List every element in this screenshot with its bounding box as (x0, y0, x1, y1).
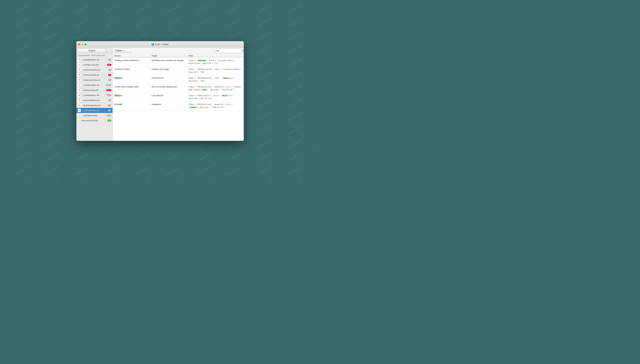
cell-source: Cookie Name (begins with) (113, 84, 150, 93)
table-row[interactable]: Cookie Name (begins with) Nom du Cookie … (113, 84, 244, 93)
cell-target: Navigateur (150, 102, 187, 110)
sidebar-item[interactable]: ✕...ferencesWindow.xib0 (76, 98, 113, 103)
cell-note: Class = "NSTabViewItem"; label = "Whitel… (187, 75, 244, 84)
window-title: fr.xliff — Edited (155, 43, 168, 46)
sidebar-item[interactable]: plist...er/Helper-Info.plist⚑1 (76, 62, 113, 67)
item-badge: 7 (108, 79, 111, 81)
file-type-icon: ✕ (78, 78, 81, 82)
sidebar-header: English › (76, 48, 113, 54)
sidebar-item[interactable]: ✕...e.sproj/FirstRun.xib1185 (76, 82, 113, 88)
item-badge: 253 (107, 114, 111, 116)
item-badge: ⚑1 (107, 64, 111, 66)
table-row[interactable]: Tracking Cookies Cookies de traçage Clas… (113, 66, 244, 75)
file-type-icon: ✕ (78, 73, 81, 77)
sidebar-item[interactable]: ✕...PreferencesView.xib7 (76, 78, 113, 82)
cell-note: Class = "NSTableColumn"; headerCell.titl… (187, 102, 244, 110)
target-language-selector[interactable]: French ▼ (114, 48, 131, 53)
item-badge: 17 (108, 104, 111, 106)
toolbar: French ▼ 🔍 ✕ (113, 48, 244, 54)
item-badge: ⚑ (108, 74, 111, 76)
file-icon: ✦ (151, 43, 154, 46)
file-type-icon: ✕ (78, 88, 81, 92)
clear-search-button[interactable]: ✕ (242, 50, 244, 52)
item-badge: 4 (108, 69, 111, 71)
column-header-target: Target (150, 54, 187, 58)
sidebar: English › /Users/nrqwirk/D...ktop/Cookie… (76, 48, 113, 141)
language-button[interactable]: English (78, 48, 106, 53)
cell-note: Class = "NSWindow"; title = "Tracking Co… (187, 58, 244, 66)
sidebar-item[interactable]: str...ocalizable.strings253 (76, 113, 113, 118)
table-row[interactable]: Tracking Cookie Definitions Définitions … (113, 58, 244, 66)
sidebar-item-filename: ....rackingCookies.xib (82, 110, 107, 112)
cell-source: Tracking Cookies (113, 66, 150, 75)
sidebar-item-filename: ....proj/MainMenu.xib (82, 94, 106, 96)
table-row[interactable]: Browser Navigateur Class = "NSTableColum… (113, 102, 244, 110)
sidebar-item[interactable]: ✕....lproj/MainMenu.xib0 (76, 57, 113, 62)
sidebar-item[interactable]: ✕....lproj/SimpleView.xib17 (76, 103, 113, 108)
sidebar-item[interactable]: ✕...referencesView.xib⚑ (76, 72, 113, 78)
sidebar-item-filename: ...PreferencesView.xib (82, 69, 107, 71)
target-language-label: French (116, 50, 122, 52)
cell-target: Liste blanche (150, 75, 187, 84)
cell-source: Browser (113, 102, 150, 110)
minimize-button[interactable] (81, 44, 83, 46)
cell-source: Tracking Cookie Definitions (113, 58, 150, 66)
column-header-source: Source (113, 54, 150, 58)
cell-source: Whitelist (113, 93, 150, 102)
file-type-icon: plist (78, 119, 81, 122)
table-header: Source Target Note (113, 54, 244, 58)
search-icon: 🔍 (213, 50, 216, 52)
sidebar-item[interactable]: ✕....proj/MainMenu.xib342 (76, 93, 113, 98)
sidebar-item-filename: ....lproj/MainMenu.xib (82, 59, 107, 61)
sidebar-item-filename: ...ferencesWindow.xib (82, 99, 107, 101)
file-type-icon: ✕ (78, 94, 81, 97)
table-row[interactable]: Whitelist Liste blanche Class = "NSButto… (113, 93, 244, 102)
item-badge: 0 (108, 99, 111, 101)
item-badge: 0 (108, 59, 111, 61)
search-input[interactable] (216, 50, 242, 52)
item-badge: 1/1 (107, 120, 111, 122)
titlebar: ✦ fr.xliff — Edited (76, 41, 244, 48)
column-header-note: Note (187, 54, 244, 58)
cell-note: Class = "NSButtonCell"; title = "Whiteli… (187, 93, 244, 102)
cell-target: Définitions des coookies de traçage (150, 58, 187, 66)
sidebar-item[interactable]: ✕...eferencesView.xib⚑10 (76, 88, 113, 93)
table-row[interactable]: Whitelist Liste blanche Class = "NSTabVi… (113, 75, 244, 84)
sidebar-list: ✕....lproj/MainMenu.xib0plist...er/Helpe… (76, 57, 113, 141)
sidebar-item-filename: ...e.sproj/FirstRun.xib (82, 84, 105, 86)
file-type-icon: ✕ (78, 84, 81, 87)
sidebar-item-filename: ...referencesView.xib (82, 74, 107, 76)
sidebar-item-filename: ...er/Helper-Info.plist (82, 64, 106, 66)
main-content: English › /Users/nrqwirk/D...ktop/Cookie… (76, 48, 244, 141)
sidebar-item-filename: Resources/Info.plist (82, 120, 106, 122)
cell-note: Class = "NSTabViewItem"; label = "Tracki… (187, 66, 244, 75)
sidebar-item[interactable]: ✕....rackingCookies.xib25 (76, 108, 113, 113)
close-button[interactable] (78, 44, 80, 46)
traffic-lights (78, 44, 87, 46)
item-badge: 342 (107, 94, 111, 96)
file-type-icon: ✕ (78, 98, 81, 102)
cell-target: Cookies de traçage (150, 66, 187, 75)
window-title-area: ✦ fr.xliff — Edited (151, 43, 168, 46)
cell-target: Liste blanche (150, 93, 187, 102)
app-window: ✦ fr.xliff — Edited English › /Users/nrq… (76, 41, 244, 141)
sidebar-item-filename: ....lproj/SimpleView.xib (82, 104, 107, 106)
maximize-button[interactable] (85, 44, 87, 46)
cell-target: Nom du Cookie (débute par) (150, 84, 187, 93)
cell-source: Whitelist (113, 75, 150, 84)
search-box: 🔍 ✕ (212, 48, 242, 53)
file-type-icon: ✕ (78, 58, 81, 62)
file-type-icon: ✕ (78, 104, 81, 107)
table-body: Tracking Cookie Definitions Définitions … (113, 58, 244, 141)
sidebar-item[interactable]: ✕...PreferencesView.xib4 (76, 67, 113, 72)
main-panel: French ▼ 🔍 ✕ Source Target (113, 48, 244, 141)
sidebar-action-button[interactable]: › (107, 48, 111, 53)
file-type-icon: plist (78, 63, 81, 66)
language-label: English (89, 50, 95, 52)
file-path: /Users/nrqwirk/D...ktop/Cookie/fr.xliff (76, 54, 113, 57)
sidebar-item[interactable]: plistResources/Info.plist1/1 (76, 118, 113, 123)
file-type-icon: str (78, 114, 81, 117)
file-type-icon: ✕ (78, 109, 81, 112)
sidebar-item-filename: ...ocalizable.strings (82, 114, 106, 116)
item-badge: 1185 (106, 84, 111, 86)
